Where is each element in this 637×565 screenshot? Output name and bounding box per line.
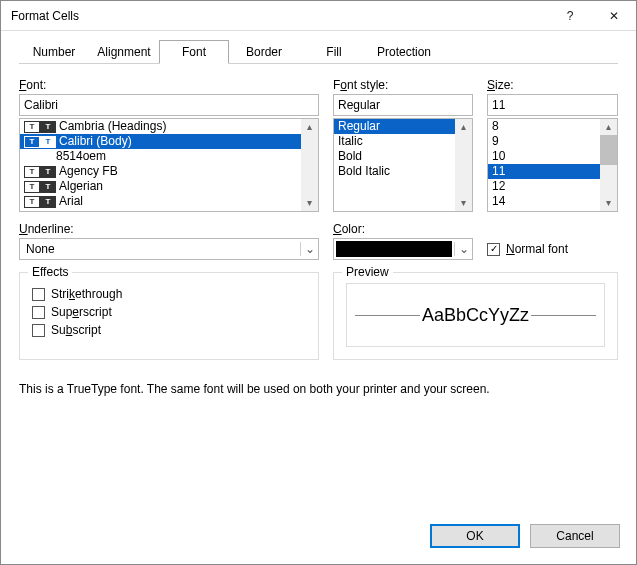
list-item[interactable]: 8514oem (20, 149, 301, 164)
truetype-icon: T (40, 136, 56, 148)
tab-bar: NumberAlignmentFontBorderFillProtection (19, 39, 618, 64)
color-combo[interactable]: ⌄ (333, 238, 473, 260)
scroll-down-icon[interactable]: ▾ (307, 195, 312, 211)
scroll-down-icon[interactable]: ▾ (461, 195, 466, 211)
preview-group: Preview AaBbCcYyZz (333, 272, 618, 360)
color-swatch (336, 241, 452, 257)
size-label: Size: (487, 78, 618, 92)
scroll-down-icon[interactable]: ▾ (606, 195, 611, 211)
font-style-label: Font style: (333, 78, 473, 92)
tab-font[interactable]: Font (159, 40, 229, 64)
tab-protection[interactable]: Protection (369, 40, 439, 64)
font-style-input[interactable] (333, 94, 473, 116)
truetype-icon: T (24, 181, 40, 193)
font-note: This is a TrueType font. The same font w… (19, 382, 618, 396)
list-item[interactable]: TTAlgerian (20, 179, 301, 194)
preview-box: AaBbCcYyZz (346, 283, 605, 347)
scroll-up-icon[interactable]: ▴ (307, 119, 312, 135)
chevron-down-icon[interactable]: ⌄ (454, 242, 472, 256)
effects-group: Effects StrikethroughSuperscriptSubscrip… (19, 272, 319, 360)
font-input[interactable] (19, 94, 319, 116)
list-item[interactable]: Bold Italic (334, 164, 455, 179)
help-button[interactable]: ? (548, 1, 592, 31)
truetype-icon: T (40, 181, 56, 193)
effect-checkbox[interactable]: Subscript (32, 323, 306, 337)
tab-alignment[interactable]: Alignment (89, 40, 159, 64)
tab-border[interactable]: Border (229, 40, 299, 64)
ok-button[interactable]: OK (430, 524, 520, 548)
list-item[interactable]: Regular (334, 119, 455, 134)
close-button[interactable]: ✕ (592, 1, 636, 31)
list-item[interactable]: 11 (488, 164, 600, 179)
checkbox-icon (32, 306, 45, 319)
underline-label: Underline: (19, 222, 319, 236)
font-label: Font: (19, 78, 319, 92)
list-item[interactable]: 12 (488, 179, 600, 194)
titlebar: Format Cells ? ✕ (1, 1, 636, 31)
truetype-icon: T (40, 121, 56, 133)
effect-checkbox[interactable]: Superscript (32, 305, 306, 319)
list-item[interactable]: 10 (488, 149, 600, 164)
font-listbox[interactable]: TTCambria (Headings)TTCalibri (Body)8514… (19, 118, 319, 212)
scroll-up-icon[interactable]: ▴ (606, 119, 611, 135)
preview-text: AaBbCcYyZz (420, 305, 531, 326)
checkbox-icon (32, 324, 45, 337)
truetype-icon: T (40, 166, 56, 178)
list-item[interactable]: 14 (488, 194, 600, 209)
window-title: Format Cells (11, 9, 548, 23)
color-label: Color: (333, 222, 473, 236)
truetype-icon: T (40, 196, 56, 208)
tab-number[interactable]: Number (19, 40, 89, 64)
list-item[interactable]: TTCalibri (Body) (20, 134, 301, 149)
checkbox-icon: ✓ (487, 243, 500, 256)
list-item[interactable]: TTCambria (Headings) (20, 119, 301, 134)
effect-checkbox[interactable]: Strikethrough (32, 287, 306, 301)
list-item[interactable]: Italic (334, 134, 455, 149)
size-listbox[interactable]: 8910111214 ▴ ▾ (487, 118, 618, 212)
list-item[interactable]: TTAgency FB (20, 164, 301, 179)
cancel-button[interactable]: Cancel (530, 524, 620, 548)
scroll-up-icon[interactable]: ▴ (461, 119, 466, 135)
chevron-down-icon[interactable]: ⌄ (300, 242, 318, 256)
scrollbar[interactable]: ▴ ▾ (455, 119, 472, 211)
dialog-buttons: OK Cancel (1, 512, 636, 564)
preview-legend: Preview (342, 265, 393, 279)
underline-combo[interactable]: None ⌄ (19, 238, 319, 260)
list-item[interactable]: Bold (334, 149, 455, 164)
list-item[interactable]: 8 (488, 119, 600, 134)
truetype-icon: T (24, 166, 40, 178)
list-item[interactable]: 9 (488, 134, 600, 149)
truetype-icon: T (24, 121, 40, 133)
list-item[interactable]: TTArial (20, 194, 301, 209)
normal-font-checkbox[interactable]: ✓ Normal font (487, 242, 618, 256)
checkbox-icon (32, 288, 45, 301)
size-input[interactable] (487, 94, 618, 116)
tab-fill[interactable]: Fill (299, 40, 369, 64)
format-cells-dialog: Format Cells ? ✕ NumberAlignmentFontBord… (0, 0, 637, 565)
truetype-icon: T (24, 136, 40, 148)
scrollbar[interactable]: ▴ ▾ (600, 119, 617, 211)
truetype-icon: T (24, 196, 40, 208)
effects-legend: Effects (28, 265, 72, 279)
font-style-listbox[interactable]: RegularItalicBoldBold Italic ▴ ▾ (333, 118, 473, 212)
scrollbar[interactable]: ▴ ▾ (301, 119, 318, 211)
